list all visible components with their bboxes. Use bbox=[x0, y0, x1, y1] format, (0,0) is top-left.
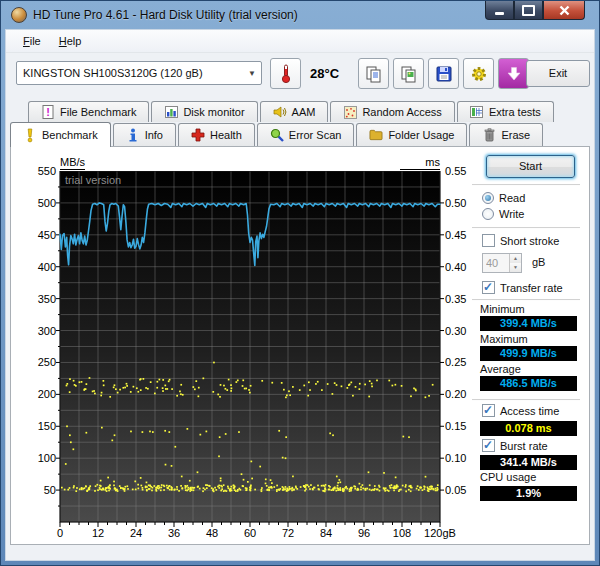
divider bbox=[472, 299, 580, 301]
trash-icon bbox=[482, 128, 496, 142]
average-label: Average bbox=[480, 363, 521, 375]
speaker-icon bbox=[273, 105, 287, 119]
transfer-rate-checkbox[interactable]: Transfer rate bbox=[482, 281, 563, 294]
right-axis-tick: 0.25 bbox=[445, 356, 479, 368]
maximum-value: 499.9 MB/s bbox=[480, 346, 577, 361]
exit-button[interactable]: Exit bbox=[526, 60, 590, 87]
read-radio-control[interactable] bbox=[482, 192, 494, 204]
access-time-checkbox-control[interactable] bbox=[482, 404, 495, 417]
burst-rate-checkbox-control[interactable] bbox=[482, 439, 495, 452]
right-axis-tick: 0.45 bbox=[445, 229, 479, 241]
x-axis-tick: 36 bbox=[156, 527, 192, 539]
tab-error-scan[interactable]: Error Scan bbox=[257, 123, 355, 146]
left-axis-tick: 200 bbox=[13, 388, 56, 400]
stepper-up-icon[interactable]: ▲ bbox=[510, 254, 521, 263]
x-axis-tick: 24 bbox=[118, 527, 154, 539]
app-window: HD Tune Pro 4.61 - Hard Disk Utility (tr… bbox=[0, 0, 600, 566]
drive-select[interactable]: KINGSTON SH100S3120G (120 gB) ▼ bbox=[16, 61, 262, 85]
short-stroke-size-input[interactable] bbox=[483, 254, 509, 272]
tab-random-access[interactable]: Random Access bbox=[330, 101, 454, 122]
tab-benchmark[interactable]: Benchmark bbox=[10, 122, 111, 147]
menu-file[interactable]: File bbox=[14, 32, 50, 50]
tab-folder-usage[interactable]: Folder Usage bbox=[356, 123, 467, 146]
left-axis-tick: 50 bbox=[13, 484, 56, 496]
access-time-checkbox[interactable]: Access time bbox=[482, 404, 559, 417]
left-axis-tick: 550 bbox=[13, 165, 56, 177]
tab-extra-tests[interactable]: Extra tests bbox=[457, 101, 554, 122]
divider bbox=[472, 227, 580, 229]
menu-help[interactable]: Help bbox=[50, 32, 91, 50]
minimize-icon bbox=[495, 12, 504, 15]
temperature-button[interactable] bbox=[270, 58, 301, 89]
left-axis-title: MB/s bbox=[60, 156, 85, 170]
down-arrow-icon bbox=[505, 65, 523, 83]
copy-text-icon bbox=[365, 65, 383, 83]
title-bar[interactable]: HD Tune Pro 4.61 - Hard Disk Utility (tr… bbox=[1, 1, 599, 29]
minimum-value: 399.4 MB/s bbox=[480, 316, 577, 331]
right-axis-tick: 0.55 bbox=[445, 165, 479, 177]
disk-monitor-icon bbox=[164, 105, 178, 119]
x-axis-tick: 48 bbox=[194, 527, 230, 539]
window-title: HD Tune Pro 4.61 - Hard Disk Utility (tr… bbox=[33, 8, 298, 22]
health-cross-icon bbox=[191, 128, 205, 142]
cpu-usage-value: 1.9% bbox=[480, 486, 577, 501]
upgrade-button[interactable] bbox=[498, 58, 529, 89]
right-axis-tick: 0.05 bbox=[445, 484, 479, 496]
write-radio[interactable]: Write bbox=[482, 208, 524, 220]
read-radio[interactable]: Read bbox=[482, 192, 525, 204]
chevron-down-icon: ▼ bbox=[243, 62, 261, 84]
options-button[interactable] bbox=[463, 58, 494, 89]
random-access-icon bbox=[343, 105, 357, 119]
options-gear-icon bbox=[470, 65, 488, 83]
short-stroke-checkbox-control[interactable] bbox=[482, 234, 495, 247]
tab-aam[interactable]: AAM bbox=[260, 101, 329, 122]
start-button[interactable]: Start bbox=[486, 155, 575, 178]
magnifier-icon bbox=[270, 128, 284, 142]
divider bbox=[472, 184, 580, 186]
thermometer-icon bbox=[278, 64, 294, 84]
right-axis-tick: 0.30 bbox=[445, 325, 479, 337]
short-stroke-size-stepper[interactable]: ▲ ▼ bbox=[482, 253, 522, 273]
transfer-rate-checkbox-control[interactable] bbox=[482, 281, 495, 294]
save-icon bbox=[435, 65, 453, 83]
x-axis-tick: 12 bbox=[80, 527, 116, 539]
right-axis-tick: 0.40 bbox=[445, 261, 479, 273]
tab-info[interactable]: Info bbox=[113, 123, 176, 146]
maximum-label: Maximum bbox=[480, 333, 528, 345]
right-axis-tick: 0.50 bbox=[445, 197, 479, 209]
client-area: File Help KINGSTON SH100S3120G (120 gB) … bbox=[5, 29, 595, 561]
tab-erase[interactable]: Erase bbox=[469, 123, 543, 146]
folder-icon bbox=[369, 128, 383, 142]
minimize-button[interactable] bbox=[485, 1, 514, 20]
drive-select-value: KINGSTON SH100S3120G (120 gB) bbox=[23, 67, 243, 79]
copy-text-button[interactable] bbox=[358, 58, 389, 89]
access-time-value: 0.078 ms bbox=[480, 421, 577, 436]
info-icon bbox=[126, 128, 140, 142]
left-axis-tick: 500 bbox=[13, 197, 56, 209]
menu-bar: File Help bbox=[6, 30, 594, 53]
maximize-icon bbox=[522, 5, 535, 16]
temperature-value: 28°C bbox=[310, 66, 339, 81]
burst-rate-checkbox[interactable]: Burst rate bbox=[482, 439, 548, 452]
tab-strip: ! File Benchmark Disk monitor AAM bbox=[6, 99, 594, 147]
close-button[interactable] bbox=[543, 1, 585, 20]
average-value: 486.5 MB/s bbox=[480, 376, 577, 391]
minimum-label: Minimum bbox=[480, 303, 525, 315]
save-button[interactable] bbox=[428, 58, 459, 89]
x-axis-tick: 120gB bbox=[422, 527, 458, 539]
right-axis-tick: 0.15 bbox=[445, 420, 479, 432]
short-stroke-checkbox[interactable]: Short stroke bbox=[482, 234, 559, 247]
extra-tests-icon bbox=[470, 105, 484, 119]
maximize-button[interactable] bbox=[514, 1, 543, 20]
x-axis-tick: 108 bbox=[384, 527, 420, 539]
tab-file-benchmark[interactable]: ! File Benchmark bbox=[28, 101, 149, 122]
copy-image-button[interactable] bbox=[393, 58, 424, 89]
benchmark-icon bbox=[23, 128, 37, 142]
left-axis-tick: 400 bbox=[13, 261, 56, 273]
short-stroke-unit: gB bbox=[532, 256, 545, 268]
stepper-down-icon[interactable]: ▼ bbox=[510, 263, 521, 272]
file-benchmark-icon: ! bbox=[41, 105, 55, 119]
tab-disk-monitor[interactable]: Disk monitor bbox=[151, 101, 257, 122]
tab-health[interactable]: Health bbox=[178, 123, 255, 146]
write-radio-control[interactable] bbox=[482, 208, 494, 220]
